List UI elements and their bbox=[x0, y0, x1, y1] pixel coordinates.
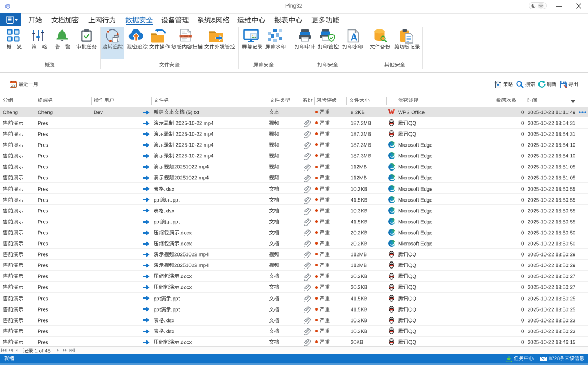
svg-text:23: 23 bbox=[11, 83, 16, 87]
